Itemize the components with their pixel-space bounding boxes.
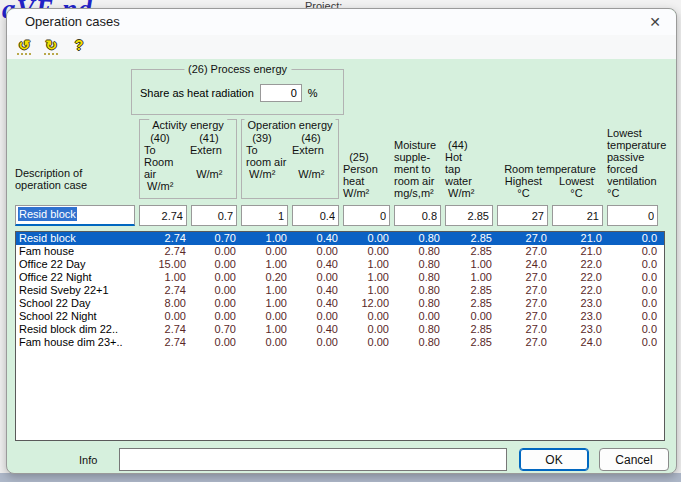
- column-headers: Description of operation case Activity e…: [15, 117, 665, 199]
- row-value: 0.00: [192, 245, 238, 258]
- row-value: 0.70: [192, 323, 238, 336]
- row-value: 0.40: [293, 284, 340, 297]
- share-heat-radiation-input[interactable]: [260, 84, 302, 102]
- table-row[interactable]: Resid block2.740.701.000.400.000.802.852…: [16, 232, 664, 245]
- person-heat-header: (25) Person heat W/m²: [343, 151, 390, 199]
- row-value: 2.74: [140, 336, 188, 349]
- row-value: 0.40: [293, 323, 340, 336]
- table-row[interactable]: Resid Sveby 22+12.740.001.000.401.000.80…: [16, 284, 664, 297]
- row-value: 1.00: [242, 232, 289, 245]
- row-value: 2.85: [446, 245, 494, 258]
- room-temp-highest-header: Highest °C: [497, 175, 550, 199]
- row-value: 21.0: [553, 245, 604, 258]
- row-value: 22.0: [553, 284, 604, 297]
- row-value: 27.0: [498, 245, 549, 258]
- row-value: 0.00: [344, 336, 391, 349]
- row-value: 0.00: [293, 310, 340, 323]
- row-description: Office 22 Night: [16, 271, 136, 284]
- row-value: 0.40: [293, 258, 340, 271]
- row-value: 12.00: [344, 297, 391, 310]
- row-value: 0.0: [608, 232, 659, 245]
- edit-value-input-7[interactable]: [497, 205, 548, 226]
- info-label: Info: [79, 454, 97, 466]
- row-description: Office 22 Day: [16, 258, 136, 271]
- activity-energy-header-group: Activity energy (40) To Room air W/m² (4…: [139, 119, 237, 199]
- row-value: 0.00: [192, 336, 238, 349]
- row-value: 0.70: [192, 232, 238, 245]
- row-value: 0.0: [608, 336, 659, 349]
- row-value: 0.80: [395, 323, 442, 336]
- info-input[interactable]: [119, 448, 507, 471]
- edit-value-input-1[interactable]: [191, 205, 237, 226]
- prev-arrow-icon[interactable]: ↺: [15, 37, 33, 55]
- row-value: 0.00: [344, 232, 391, 245]
- edit-value-input-0[interactable]: [139, 205, 187, 226]
- row-value: 2.85: [446, 232, 494, 245]
- table-row[interactable]: Fam house2.740.000.000.000.000.802.8527.…: [16, 245, 664, 258]
- row-value: 0.00: [242, 310, 289, 323]
- activity-to-roomair-header: (40) To Room air W/m²: [144, 132, 188, 198]
- row-value: 0.80: [395, 271, 442, 284]
- row-value: 24.0: [498, 258, 549, 271]
- next-arrow-icon[interactable]: ↻: [42, 37, 60, 55]
- row-value: 1.00: [242, 258, 289, 271]
- row-description: Resid Sveby 22+1: [16, 284, 136, 297]
- ok-button[interactable]: OK: [519, 448, 589, 471]
- operation-energy-label: Operation energy: [245, 119, 336, 131]
- row-value: 2.74: [140, 232, 188, 245]
- row-value: 0.0: [608, 284, 659, 297]
- row-value: 1.00: [446, 271, 494, 284]
- row-value: 0.00: [192, 258, 238, 271]
- row-value: 1.00: [344, 284, 391, 297]
- percent-unit-label: %: [308, 87, 318, 99]
- row-value: 1.00: [242, 297, 289, 310]
- row-value: 0.20: [242, 271, 289, 284]
- table-row[interactable]: Resid block dim 22..2.740.701.000.400.00…: [16, 323, 664, 336]
- row-value: 1.00: [344, 258, 391, 271]
- activity-energy-label: Activity energy: [149, 119, 227, 131]
- table-row[interactable]: School 22 Day8.000.001.000.4012.000.802.…: [16, 297, 664, 310]
- row-description: School 22 Night: [16, 310, 136, 323]
- row-value: 0.80: [395, 284, 442, 297]
- row-value: 0.0: [608, 310, 659, 323]
- edit-value-input-6[interactable]: [445, 205, 493, 226]
- row-value: 0.00: [293, 336, 340, 349]
- row-value: 0.80: [395, 336, 442, 349]
- row-description: Resid block dim 22..: [16, 323, 136, 336]
- cases-table[interactable]: Resid block2.740.701.000.400.000.802.852…: [15, 231, 665, 441]
- row-value: 1.00: [446, 258, 494, 271]
- edit-value-input-2[interactable]: [241, 205, 288, 226]
- edit-value-input-9[interactable]: [607, 205, 658, 226]
- table-row[interactable]: School 22 Night0.000.000.000.000.000.000…: [16, 310, 664, 323]
- room-temperature-header-group: Room temperature Highest °C Lowest °C: [497, 163, 603, 199]
- dialog-body: (26) Process energy Share as heat radiat…: [7, 59, 676, 473]
- row-description: School 22 Day: [16, 297, 136, 310]
- description-input[interactable]: Resid block: [15, 205, 135, 226]
- row-description: Resid block: [16, 232, 136, 245]
- row-value: 0.80: [395, 258, 442, 271]
- row-value: 21.0: [553, 232, 604, 245]
- edit-value-input-3[interactable]: [292, 205, 339, 226]
- dialog-toolbar: ↺ ↻ ?: [7, 35, 676, 59]
- table-row[interactable]: Office 22 Day15.000.001.000.401.000.801.…: [16, 258, 664, 271]
- edit-value-input-5[interactable]: [394, 205, 441, 226]
- close-icon[interactable]: ✕: [646, 13, 664, 31]
- table-row[interactable]: Office 22 Night1.000.000.200.001.000.801…: [16, 271, 664, 284]
- row-value: 0.0: [608, 245, 659, 258]
- row-value: 27.0: [498, 323, 549, 336]
- description-column-header: Description of operation case: [15, 167, 135, 199]
- row-value: 0.0: [608, 271, 659, 284]
- cancel-button[interactable]: Cancel: [599, 448, 669, 471]
- operation-to-roomair-header: (39) To room air W/m²: [246, 132, 290, 198]
- row-value: 2.85: [446, 323, 494, 336]
- row-value: 0.80: [395, 232, 442, 245]
- row-value: 0.0: [608, 258, 659, 271]
- table-row[interactable]: Fam house dim 23+..2.740.000.000.000.000…: [16, 336, 664, 349]
- row-value: 27.0: [498, 310, 549, 323]
- row-value: 22.0: [553, 258, 604, 271]
- dialog-titlebar: Operation cases ✕: [7, 9, 676, 35]
- help-icon[interactable]: ?: [70, 37, 88, 55]
- activity-extern-header: (41) Extern W/m²: [190, 132, 234, 198]
- edit-value-input-8[interactable]: [552, 205, 603, 226]
- edit-value-input-4[interactable]: [343, 205, 390, 226]
